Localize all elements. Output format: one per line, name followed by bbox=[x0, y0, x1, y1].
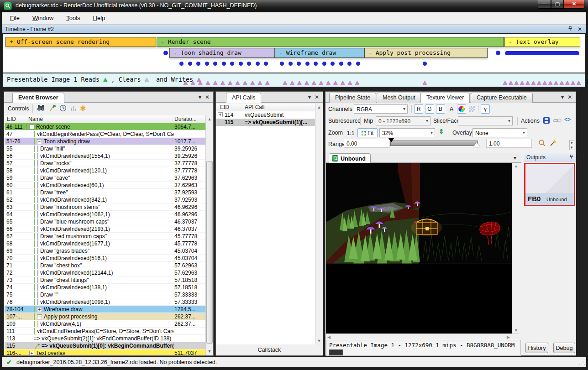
resize-grip-icon[interactable]: ⋰⋰ bbox=[579, 360, 584, 366]
event-row[interactable]: 109vkCmdDraw(4,1)262.37... bbox=[5, 320, 205, 328]
event-row[interactable]: 115=> vkQueueSubmit(1)[0]: vkBeginComman… bbox=[5, 342, 205, 349]
texture-display[interactable] bbox=[326, 163, 512, 334]
overlay-select[interactable]: None▾ bbox=[472, 128, 527, 137]
event-row[interactable]: 68vkCmdDrawIndexed(1677,1)45.77778 bbox=[5, 240, 205, 247]
checkerboard-icon[interactable] bbox=[469, 106, 475, 112]
event-row[interactable]: 75Draw ""57.33333 bbox=[5, 291, 205, 298]
api-call-row[interactable]: +114vkQueueSubmit bbox=[216, 111, 315, 119]
stats-icon[interactable] bbox=[70, 104, 78, 113]
link-icon[interactable] bbox=[553, 117, 562, 126]
event-row[interactable]: 76vkCmdDrawIndexed(1098,1)57.33333 bbox=[5, 298, 205, 306]
event-row[interactable]: 64vkCmdDrawIndexed(1062,1)46.96296 bbox=[5, 211, 205, 218]
bookmark-icon[interactable]: ✱ bbox=[80, 104, 88, 113]
zoom-fit-button[interactable]: Fit bbox=[357, 128, 378, 137]
texture-list-dropdown-icon[interactable]: ▾ bbox=[514, 155, 516, 161]
event-row[interactable]: 59Draw "cave"37.62963 bbox=[5, 174, 205, 182]
timeline-resource-strip[interactable]: Presentable Image 1 Reads ▲ , Clears ▲ a… bbox=[3, 73, 585, 87]
mip-select[interactable]: 0 - 1272x690▾ bbox=[376, 116, 430, 125]
history-button[interactable]: History bbox=[525, 343, 548, 353]
tab-texture-viewer[interactable]: Texture Viewer bbox=[420, 93, 470, 103]
histogram-wand-icon[interactable] bbox=[549, 139, 557, 149]
timeline-close-icon[interactable]: ✕ bbox=[578, 26, 582, 32]
event-row[interactable]: 72vkCmdDrawIndexed(12144,1)57.62963 bbox=[5, 269, 205, 276]
texture-vertical-scrollbar[interactable]: ▲ ▼ bbox=[512, 163, 519, 334]
close-button[interactable]: ✕ bbox=[564, 0, 584, 9]
pin-icon[interactable] bbox=[568, 26, 574, 32]
event-row[interactable]: 67Draw "red mushroom caps"45.77778 bbox=[5, 233, 205, 240]
time-icon[interactable] bbox=[59, 104, 68, 113]
event-row[interactable]: 71Draw "chest box"57.62963 bbox=[5, 262, 205, 269]
tab-unbound-texture[interactable]: Unbound bbox=[329, 153, 371, 163]
flip-y-icon[interactable]: ⇕ bbox=[439, 128, 444, 135]
api-call-row[interactable]: 115=> vkQueueSubmit(1)[... bbox=[216, 119, 315, 126]
channel-g-button[interactable]: G bbox=[425, 104, 434, 114]
panel-menu-icon[interactable]: ▾ bbox=[308, 94, 311, 100]
event-browser-columns[interactable]: EID Name Duratio... bbox=[5, 115, 205, 123]
event-row[interactable]: 73Draw "chest fittings"57.18518 bbox=[5, 276, 205, 284]
menu-window[interactable]: Window bbox=[28, 12, 58, 21]
menu-tools[interactable]: Tools bbox=[62, 12, 84, 21]
zoom-level-select[interactable]: 32%▾ bbox=[379, 128, 435, 137]
open-code-icon[interactable]: <> bbox=[564, 116, 571, 123]
tab-api-calls[interactable]: API Calls bbox=[226, 93, 261, 103]
event-row[interactable]: 78-104+Wireframe draw1784.5... bbox=[5, 306, 205, 313]
event-row[interactable]: 111vkCmdEndRenderPass(C=Store, D=Store, … bbox=[5, 328, 205, 335]
event-row[interactable]: 116-...+Text overlay511.7037 bbox=[5, 349, 205, 355]
outputs-header[interactable]: Outputs bbox=[524, 153, 576, 162]
pin-icon[interactable] bbox=[569, 154, 573, 161]
event-row[interactable]: 57Draw "rocks"37.77778 bbox=[5, 160, 205, 167]
range-white-marker[interactable] bbox=[473, 142, 480, 147]
range-max-input[interactable]: 1.00 bbox=[486, 139, 532, 148]
event-row[interactable]: 65Draw "blue mushroom caps"46.37037 bbox=[5, 218, 205, 225]
gamma-button[interactable]: γ bbox=[481, 104, 490, 114]
panel-close-icon[interactable]: ✕ bbox=[205, 94, 210, 100]
channel-b-button[interactable]: B bbox=[436, 104, 445, 114]
channels-select[interactable]: RGBA▾ bbox=[354, 104, 408, 114]
timeline-canvas[interactable] bbox=[3, 33, 585, 73]
event-row[interactable]: 61Draw "tree"37.92593 bbox=[5, 189, 205, 196]
event-row[interactable]: 51-76−Toon shading draw1017.7... bbox=[5, 138, 205, 145]
autofit-magnifier-icon[interactable] bbox=[538, 139, 546, 149]
api-calls-scrollbar[interactable]: ▲ ▼ bbox=[315, 104, 323, 344]
event-row[interactable]: 56vkCmdDrawIndexed(1554,1)39.25926 bbox=[5, 152, 205, 160]
range-slider[interactable] bbox=[390, 141, 478, 146]
debug-button[interactable]: Debug bbox=[553, 343, 575, 353]
event-row[interactable]: 62vkCmdDrawIndexed(342,1)37.92593 bbox=[5, 196, 205, 203]
menu-file[interactable]: File bbox=[5, 12, 24, 21]
event-row[interactable]: 70vkCmdDrawIndexed(516,1)45.03704 bbox=[5, 255, 205, 262]
tab-pipeline-state[interactable]: Pipeline State bbox=[329, 93, 376, 103]
colorwheel-button[interactable] bbox=[457, 104, 466, 114]
panel-close-icon[interactable]: ✕ bbox=[567, 94, 572, 100]
panel-menu-icon[interactable]: ▾ bbox=[199, 94, 201, 100]
event-row[interactable]: 47vkCmdBeginRenderPass(C=Clear, D=Clear,… bbox=[5, 130, 205, 138]
timeline-header[interactable]: Timeline - Frame #2 ✕ bbox=[2, 25, 586, 33]
event-row[interactable]: 60vkCmdDrawIndexed(60,1)37.62963 bbox=[5, 182, 205, 189]
minimize-button[interactable]: ─ bbox=[538, 0, 551, 9]
fb0-thumbnail[interactable]: FB0 Unbound bbox=[524, 163, 575, 206]
event-row[interactable]: 113=> vkQueueSubmit(2)[1]: vkEndCommandB… bbox=[5, 335, 205, 342]
event-row[interactable]: 55Draw "hill"39.25926 bbox=[5, 145, 205, 152]
zoom-1to1-button[interactable]: 1:1 bbox=[345, 128, 357, 137]
range-min-input[interactable]: 0.00 bbox=[344, 139, 389, 148]
event-row[interactable]: 69Draw "grass blades"45.03704 bbox=[5, 247, 205, 255]
event-browser-scrollbar[interactable]: ▲ ▼ bbox=[205, 115, 213, 355]
title-bar[interactable]: debugmarker.rdc - RenderDoc Unofficial r… bbox=[0, 0, 588, 12]
toolbar-overflow-icon[interactable]: ▾▾ bbox=[569, 140, 574, 150]
menu-help[interactable]: Help bbox=[89, 12, 110, 21]
tab-event-browser[interactable]: Event Browser bbox=[12, 93, 64, 103]
texture-horizontal-scrollbar[interactable]: ◀ ▶ bbox=[326, 334, 519, 340]
event-row[interactable]: 63Draw "mushroom stems"46.96296 bbox=[5, 203, 205, 211]
tab-capture-executable[interactable]: Capture Executable bbox=[471, 93, 533, 103]
event-row[interactable]: 74vkCmdDrawIndexed(138,1)57.18518 bbox=[5, 284, 205, 291]
channel-a-button[interactable]: A bbox=[447, 104, 456, 114]
event-row[interactable]: 46-111−Render scene3064.7... bbox=[5, 123, 205, 130]
channel-r-button[interactable]: R bbox=[414, 104, 423, 114]
save-icon[interactable] bbox=[543, 117, 550, 126]
range-black-marker[interactable] bbox=[388, 138, 394, 142]
panel-menu-icon[interactable]: ▾ bbox=[561, 94, 564, 100]
slice-face-select[interactable]: ▾ bbox=[458, 116, 513, 125]
api-calls-columns[interactable]: EID API Call bbox=[216, 104, 315, 111]
panel-close-icon[interactable]: ✕ bbox=[315, 94, 319, 100]
event-row[interactable]: 58vkCmdDrawIndexed(120,1)37.77778 bbox=[5, 167, 205, 174]
event-row[interactable]: 66vkCmdDrawIndexed(2193,1)46.37037 bbox=[5, 225, 205, 233]
